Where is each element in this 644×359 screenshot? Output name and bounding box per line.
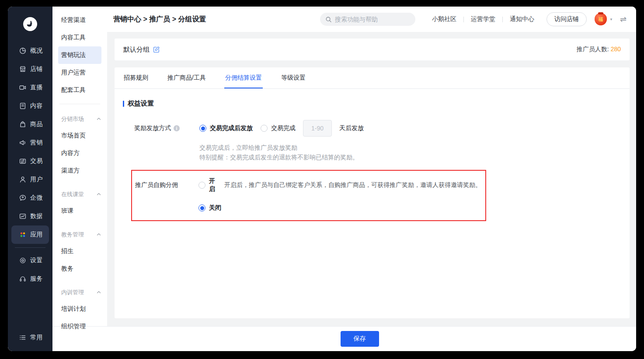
helper-line-1: 交易完成后，立即给推广员发放奖励: [199, 143, 621, 152]
radio-off[interactable]: [198, 204, 205, 211]
radio-after-days-prefix[interactable]: 交易完成: [271, 124, 296, 132]
menu-group-label: 教务管理: [61, 231, 84, 239]
menu-group-internal-training[interactable]: 内训管理: [52, 285, 107, 300]
data-chart-icon: [19, 212, 27, 220]
chevron-down-icon[interactable]: ▼: [609, 18, 613, 21]
xiaoe-goose-logo-icon[interactable]: [23, 17, 37, 31]
footer-bar: 保存: [52, 326, 636, 351]
sidebar-item-label: 设置: [30, 257, 43, 264]
sidebar-item-live[interactable]: 直播: [11, 78, 49, 97]
sidebar-item-apps[interactable]: 应用: [11, 225, 49, 244]
link-notification-center[interactable]: 通知中心: [510, 15, 534, 23]
sidebar-item-overview[interactable]: 概况: [11, 42, 49, 60]
promoter-count-label: 推广员人数:: [577, 46, 609, 53]
info-icon[interactable]: i: [174, 125, 180, 131]
radio-on-label[interactable]: 开启: [209, 177, 215, 193]
menu-item-enrollment[interactable]: 招生: [52, 243, 107, 260]
menu-group-academic-admin[interactable]: 教务管理: [52, 227, 107, 243]
switch-account-icon[interactable]: ⇌: [620, 15, 627, 23]
sidebar-item-label: 店铺: [30, 65, 43, 73]
menu-item-business-channels[interactable]: 经营渠道: [52, 11, 107, 29]
reward-method-helper: 交易完成后，立即给推广员发放奖励 特别提醒：交易完成后发生的退款将不影响已结算的…: [199, 143, 621, 162]
chevron-up-icon: [97, 193, 101, 196]
breadcrumb: 营销中心 > 推广员 > 分组设置: [113, 15, 206, 24]
menu-item-class-course[interactable]: 班课: [52, 202, 107, 220]
radio-on[interactable]: [198, 182, 205, 189]
sidebar-item-wecom[interactable]: 企微: [11, 189, 49, 207]
menu-item-content-party[interactable]: 内容方: [52, 144, 107, 162]
list-icon: [19, 334, 27, 341]
edit-icon[interactable]: [153, 46, 160, 53]
logo-container: [8, 7, 52, 42]
menu-divider: [59, 104, 100, 104]
radio-after-days[interactable]: [261, 125, 268, 132]
sidebar-item-service[interactable]: 服务: [11, 270, 49, 288]
search-input[interactable]: [335, 16, 410, 23]
radio-immediate-label[interactable]: 交易完成后发放: [210, 124, 253, 132]
menu-group-distribution-market[interactable]: 分销市场: [52, 111, 107, 127]
avatar-glyph: 福: [598, 16, 603, 23]
visit-store-button[interactable]: 访问店铺: [547, 12, 587, 26]
menu-item-support-tools[interactable]: 配套工具: [52, 81, 107, 99]
primary-sidebar: 概况 店铺 直播 内容 商品 营销: [8, 7, 52, 351]
radio-off-label[interactable]: 关闭: [209, 204, 221, 212]
search-box[interactable]: [320, 13, 415, 26]
gear-icon: [19, 257, 27, 264]
option-immediate: 交易完成后发放: [199, 124, 253, 132]
menu-item-user-operation[interactable]: 用户运营: [52, 64, 107, 81]
menu-item-academic-affairs[interactable]: 教务: [52, 260, 107, 278]
sidebar-item-shop[interactable]: 店铺: [11, 60, 49, 78]
pie-chart-icon: [19, 47, 27, 55]
sidebar-item-trade[interactable]: 交易: [11, 152, 49, 170]
link-xiaoe-community[interactable]: 小鹅社区: [432, 15, 456, 23]
sidebar-item-label: 常用: [30, 334, 43, 341]
menu-item-content-tools[interactable]: 内容工具: [52, 29, 107, 46]
menu-group-online-classroom[interactable]: 在线课堂: [52, 187, 107, 202]
menu-item-org-management[interactable]: 组织管理: [52, 318, 107, 335]
self-purchase-highlight-box: 推广员自购分佣 开启 开启后，推广员与自己绑定客户关系，自购推广商品，可获得推广…: [131, 170, 486, 221]
content-area: 默认分组 推广员人数: 280 招募规则 推广商品/工具: [107, 32, 636, 326]
group-bar-card: 默认分组 推广员人数: 280: [115, 39, 630, 60]
link-separator: [502, 17, 503, 22]
primary-nav: 概况 店铺 直播 内容 商品 营销: [8, 42, 52, 288]
promoter-count-value: 280: [611, 46, 621, 53]
sidebar-item-settings[interactable]: 设置: [11, 251, 49, 270]
header-links: 小鹅社区 运营学堂 通知中心: [432, 15, 534, 23]
upper-area: 经营渠道 内容工具 营销玩法 用户运营 配套工具 分销市场 市场首页 内容方 渠…: [52, 7, 636, 326]
sidebar-item-content[interactable]: 内容: [11, 97, 49, 115]
self-purchase-row: 推广员自购分佣 开启 开启后，推广员与自己绑定客户关系，自购推广商品，可获得推广…: [135, 177, 481, 193]
save-button[interactable]: 保存: [341, 331, 379, 347]
menu-item-marketing-play[interactable]: 营销玩法: [58, 46, 101, 64]
tab-promo-goods-tools[interactable]: 推广商品/工具: [167, 67, 207, 88]
option-off: 关闭: [198, 204, 221, 212]
sidebar-item-label: 用户: [30, 176, 43, 183]
option-after-days: 交易完成 天后发放: [261, 120, 364, 137]
sidebar-item-marketing[interactable]: 营销: [11, 134, 49, 152]
radio-immediate[interactable]: [199, 125, 206, 132]
sidebar-item-data[interactable]: 数据: [11, 207, 49, 225]
link-operation-school[interactable]: 运营学堂: [471, 15, 495, 23]
sidebar-item-label: 商品: [30, 120, 43, 128]
sidebar-item-goods[interactable]: 商品: [11, 115, 49, 134]
menu-item-market-home[interactable]: 市场首页: [52, 127, 107, 144]
sidebar-item-users[interactable]: 用户: [11, 170, 49, 189]
menu-item-training-plan[interactable]: 培训计划: [52, 300, 107, 318]
secondary-sidebar: 经营渠道 内容工具 营销玩法 用户运营 配套工具 分销市场 市场首页 内容方 渠…: [52, 7, 107, 326]
transaction-icon: [19, 157, 27, 165]
self-purchase-label: 推广员自购分佣: [135, 181, 178, 189]
main-column: 经营渠道 内容工具 营销玩法 用户运营 配套工具 分销市场 市场首页 内容方 渠…: [52, 7, 636, 351]
days-input[interactable]: [303, 120, 332, 137]
avatar[interactable]: 福: [595, 13, 607, 25]
tab-commission-settlement[interactable]: 分佣结算设置: [224, 67, 263, 88]
section-title-text: 权益设置: [128, 99, 154, 108]
tab-recruit-rules[interactable]: 招募规则: [123, 67, 149, 88]
menu-item-channel-party[interactable]: 渠道方: [52, 162, 107, 180]
self-purchase-label-wrap: 推广员自购分佣: [135, 181, 198, 189]
sidebar-item-frequently-used[interactable]: 常用: [11, 328, 49, 347]
helper-line-2: 特别提醒：交易完成后发生的退款将不影响已结算的奖励。: [199, 152, 621, 162]
reward-method-label-wrap: 奖励发放方式 i: [134, 124, 199, 132]
tab-level-settings[interactable]: 等级设置: [280, 67, 306, 88]
top-header: 营销中心 > 推广员 > 分组设置 小鹅社区 运营学堂 通知中心 访问店铺 福: [107, 7, 636, 32]
app-window: 概况 店铺 直播 内容 商品 营销: [8, 7, 636, 351]
sidebar-item-label: 内容: [30, 102, 43, 110]
